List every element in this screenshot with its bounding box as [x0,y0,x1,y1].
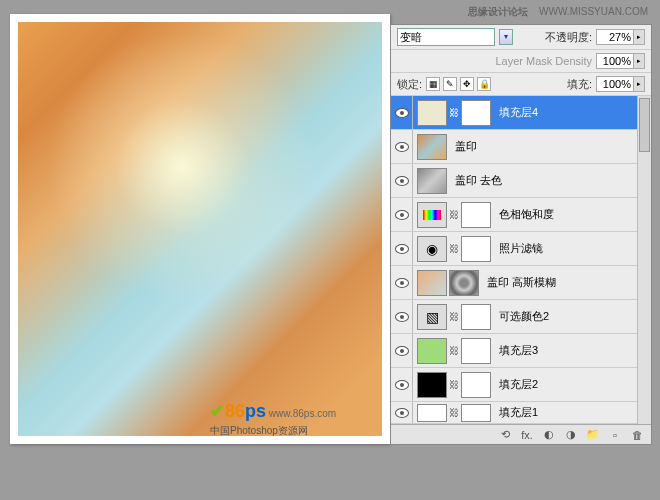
layer-row-fill3[interactable]: ⛓ 填充层3 [391,334,637,368]
layer-thumb[interactable] [417,270,447,296]
visibility-icon[interactable] [395,244,409,254]
link-icon: ⛓ [449,311,459,322]
fill-input[interactable] [596,76,634,92]
visibility-icon[interactable] [395,142,409,152]
lock-image-icon[interactable]: ✎ [443,77,457,91]
mask-density-stepper-icon[interactable]: ▸ [633,53,645,69]
fill-label: 填充: [567,77,592,92]
link-icon: ⛓ [449,407,459,418]
lock-transparency-icon[interactable]: ▦ [426,77,440,91]
layer-row-hsl[interactable]: ⛓ 色相饱和度 [391,198,637,232]
layer-name[interactable]: 照片滤镜 [495,241,637,256]
scrollbar-thumb[interactable] [639,98,650,152]
mask-thumb[interactable] [461,100,491,126]
visibility-icon[interactable] [395,346,409,356]
blend-mode-select[interactable] [397,28,495,46]
link-layers-icon[interactable]: ⟲ [497,428,513,442]
layer-thumb[interactable] [417,134,447,160]
layer-row-stamp-desat[interactable]: 盖印 去色 [391,164,637,198]
visibility-icon[interactable] [395,312,409,322]
adjustment-thumb[interactable]: ◉ [417,236,447,262]
visibility-icon[interactable] [395,108,409,118]
mask-thumb[interactable] [461,404,491,422]
site-logo: ✔86ps www.86ps.com 中国Photoshop资源网 [210,400,336,438]
fx-icon[interactable]: fx. [519,428,535,442]
layers-list: ⛓ 填充层4 盖印 盖印 去色 ⛓ [391,96,637,424]
visibility-icon[interactable] [395,408,409,418]
visibility-icon[interactable] [395,176,409,186]
layers-panel: ▾ 不透明度: ▸ Layer Mask Density ▸ 锁定: ▦ ✎ ✥… [390,24,652,445]
visibility-icon[interactable] [395,380,409,390]
layer-name[interactable]: 盖印 去色 [451,173,637,188]
mask-thumb[interactable] [461,202,491,228]
canvas-frame [10,14,390,444]
adjustment-layer-icon[interactable]: ◑ [563,428,579,442]
layer-name[interactable]: 填充层3 [495,343,637,358]
layer-thumb[interactable] [417,168,447,194]
layer-name[interactable]: 盖印 高斯模糊 [483,275,637,290]
link-icon: ⛓ [449,107,459,118]
mask-thumb[interactable] [461,304,491,330]
blend-dropdown-icon[interactable]: ▾ [499,29,513,45]
layer-thumb[interactable] [417,338,447,364]
blend-opacity-row: ▾ 不透明度: ▸ [391,25,651,50]
layer-row-fill2[interactable]: ⛓ 填充层2 [391,368,637,402]
site-tagline: 中国Photoshop资源网 [210,424,336,438]
new-layer-icon[interactable]: ▫ [607,428,623,442]
fill-stepper-icon[interactable]: ▸ [633,76,645,92]
watermark: 思缘设计论坛 WWW.MISSYUAN.COM [468,5,648,19]
opacity-stepper-icon[interactable]: ▸ [633,29,645,45]
layers-footer: ⟲ fx. ◐ ◑ 📁 ▫ 🗑 [391,424,651,444]
layer-name[interactable]: 可选颜色2 [495,309,637,324]
layer-name[interactable]: 色相饱和度 [495,207,637,222]
layers-scrollbar[interactable] [637,96,651,424]
link-icon: ⛓ [449,345,459,356]
mask-thumb[interactable] [461,372,491,398]
site-url: www.86ps.com [269,408,336,419]
opacity-input[interactable] [596,29,634,45]
layer-thumb[interactable] [417,372,447,398]
canvas-image[interactable] [18,22,382,436]
lock-all-icon[interactable]: 🔒 [477,77,491,91]
layer-row-fill4[interactable]: ⛓ 填充层4 [391,96,637,130]
layer-thumb[interactable] [417,404,447,422]
visibility-icon[interactable] [395,278,409,288]
mask-thumb[interactable] [461,338,491,364]
adjustment-thumb[interactable] [417,202,447,228]
mask-density-label: Layer Mask Density [495,55,592,67]
layer-name[interactable]: 填充层4 [495,105,637,120]
layer-thumb[interactable] [417,100,447,126]
mask-density-row: Layer Mask Density ▸ [391,50,651,73]
watermark-brand: 思缘设计论坛 [468,6,528,17]
layer-name[interactable]: 填充层1 [495,405,637,420]
mask-thumb[interactable] [461,236,491,262]
link-icon: ⛓ [449,243,459,254]
lock-position-icon[interactable]: ✥ [460,77,474,91]
layer-row-selective-color[interactable]: ▧ ⛓ 可选颜色2 [391,300,637,334]
lock-fill-row: 锁定: ▦ ✎ ✥ 🔒 填充: ▸ [391,73,651,96]
opacity-label: 不透明度: [545,30,592,45]
layer-row-fill1[interactable]: ⛓ 填充层1 [391,402,637,424]
layer-row-photo-filter[interactable]: ◉ ⛓ 照片滤镜 [391,232,637,266]
layer-name[interactable]: 填充层2 [495,377,637,392]
adjustment-thumb[interactable]: ▧ [417,304,447,330]
link-icon: ⛓ [449,379,459,390]
link-icon: ⛓ [449,209,459,220]
mask-density-input[interactable] [596,53,634,69]
visibility-icon[interactable] [395,210,409,220]
layer-row-stamp[interactable]: 盖印 [391,130,637,164]
group-icon[interactable]: 📁 [585,428,601,442]
layer-name[interactable]: 盖印 [451,139,637,154]
mask-thumb[interactable] [449,270,479,296]
lock-label: 锁定: [397,77,422,92]
delete-layer-icon[interactable]: 🗑 [629,428,645,442]
layer-row-stamp-blur[interactable]: 盖印 高斯模糊 [391,266,637,300]
watermark-url: WWW.MISSYUAN.COM [539,6,648,17]
add-mask-icon[interactable]: ◐ [541,428,557,442]
